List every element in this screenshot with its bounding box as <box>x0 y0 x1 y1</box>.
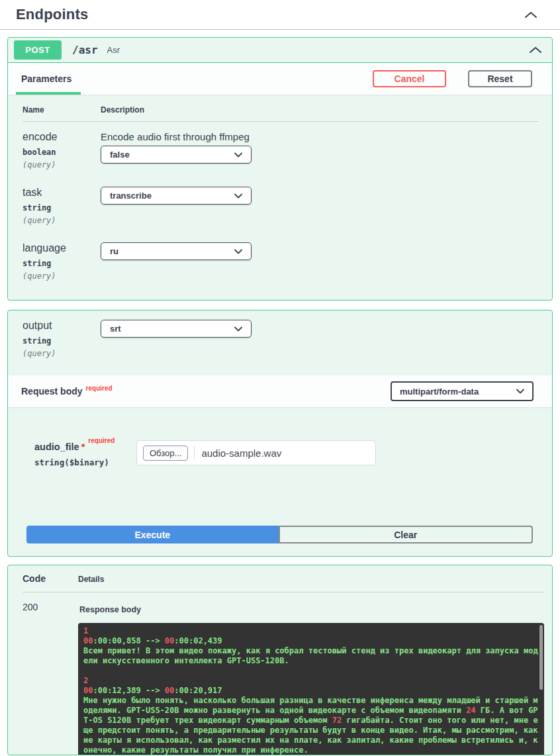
required-asterisk: * <box>81 442 85 452</box>
responses-table-header: Code Details <box>23 568 544 592</box>
parameter-location: (query) <box>23 349 101 358</box>
task-select[interactable]: transcribe <box>101 187 252 205</box>
parameter-type: boolean <box>23 148 101 157</box>
response-row-200: 200 Response body 1 00:00:00,858 --> 00:… <box>23 602 544 755</box>
parameter-type: string <box>23 259 101 268</box>
chevron-down-icon <box>234 193 242 199</box>
parameter-description: Encode audio first through ffmpeg <box>101 131 539 142</box>
body-field-type: string($binary) <box>34 457 136 467</box>
request-body-label: Request body <box>21 386 83 397</box>
clear-button[interactable]: Clear <box>279 526 534 543</box>
chevron-down-icon <box>234 249 242 254</box>
reset-button[interactable]: Reset <box>468 70 532 87</box>
parameter-location: (query) <box>23 271 101 281</box>
srt-response-text: 1 00:00:00,858 --> 00:00:02,439 Всем при… <box>83 626 538 755</box>
parameters-table-continued: output string (query) srt <box>8 310 552 358</box>
responses-table: Code Details 200 Response body 1 00:00:0… <box>8 565 552 755</box>
body-field-required-flag: required <box>88 437 115 444</box>
column-header-details: Details <box>78 575 104 584</box>
response-code-block[interactable]: 1 00:00:00,858 --> 00:00:02,439 Всем при… <box>78 623 544 755</box>
column-header-code: Code <box>23 573 78 584</box>
content-type-select-value: multipart/form-data <box>400 387 479 397</box>
file-input-divider <box>194 446 195 459</box>
chevron-up-icon <box>524 11 537 19</box>
parameter-name: task <box>23 187 101 199</box>
language-select-value: ru <box>110 246 118 256</box>
parameter-name: output <box>23 320 101 332</box>
column-header-description: Description <box>101 105 539 115</box>
endpoints-collapse-button[interactable] <box>524 11 537 19</box>
response-body-label: Response body <box>79 605 544 614</box>
code-block-scrollbar-thumb[interactable] <box>539 625 543 690</box>
endpoints-tag-header: Endpoints <box>0 0 560 30</box>
execute-button-row: Execute Clear <box>26 526 533 543</box>
parameter-location: (query) <box>23 216 101 225</box>
swagger-ui-page: Endpoints POST /asr Asr Parameters Cance… <box>0 0 560 756</box>
encode-select-value: false <box>110 150 130 160</box>
parameters-header-buttons: Cancel Reset <box>373 70 532 87</box>
post-asr-opblock: POST /asr Asr Parameters Cancel Reset Na… <box>7 37 553 301</box>
parameters-table: Name Description encode boolean (query) … <box>8 95 552 281</box>
audio-file-input[interactable]: Обзор... audio-sample.wav <box>136 440 376 465</box>
parameter-location: (query) <box>23 160 101 169</box>
parameter-name: encode <box>23 131 101 143</box>
parameters-table-header: Name Description <box>23 97 539 122</box>
endpoint-path: /asr <box>72 44 98 56</box>
request-body-required-flag: required <box>86 385 113 392</box>
chevron-up-icon <box>529 46 542 54</box>
parameter-name: language <box>23 242 101 254</box>
parameter-row-language: language string (query) ru <box>23 242 539 281</box>
parameter-type: string <box>23 203 101 213</box>
task-select-value: transcribe <box>110 191 152 201</box>
parameters-section-header: Parameters Cancel Reset <box>8 63 552 95</box>
parameter-row-task: task string (query) transcribe <box>23 187 539 225</box>
output-select[interactable]: srt <box>101 320 252 338</box>
encode-select[interactable]: false <box>101 146 252 164</box>
execute-button[interactable]: Execute <box>26 526 279 543</box>
chevron-down-icon <box>234 152 242 158</box>
language-select[interactable]: ru <box>101 242 252 260</box>
parameter-row-output: output string (query) srt <box>23 320 539 358</box>
response-status-code: 200 <box>23 602 78 755</box>
chevron-down-icon <box>234 326 242 332</box>
active-tab-underline <box>16 92 81 95</box>
tab-parameters[interactable]: Parameters <box>21 73 71 84</box>
body-field-name: audio_file*required <box>34 440 136 452</box>
post-asr-opblock-continued: output string (query) srt Request bodyre… <box>7 310 553 557</box>
cancel-button[interactable]: Cancel <box>373 70 446 87</box>
parameter-row-encode: encode boolean (query) Encode audio firs… <box>23 131 539 169</box>
endpoint-summary-bar[interactable]: POST /asr Asr <box>8 38 552 63</box>
page-title: Endpoints <box>16 6 88 23</box>
selected-file-name: audio-sample.wav <box>201 448 281 459</box>
request-body-section-header: Request bodyrequired multipart/form-data <box>8 375 552 407</box>
parameter-type: string <box>23 336 101 346</box>
endpoint-description: Asr <box>107 45 120 55</box>
column-header-name: Name <box>23 105 101 115</box>
request-body-fields: audio_file*required string($binary) Обзо… <box>8 407 552 467</box>
output-select-value: srt <box>110 324 121 334</box>
browse-button[interactable]: Обзор... <box>143 446 188 461</box>
chevron-down-icon <box>516 389 524 394</box>
responses-opblock: Code Details 200 Response body 1 00:00:0… <box>7 565 553 755</box>
content-type-select[interactable]: multipart/form-data <box>391 381 534 401</box>
http-method-badge: POST <box>14 40 62 60</box>
endpoint-collapse-button[interactable] <box>529 46 542 54</box>
